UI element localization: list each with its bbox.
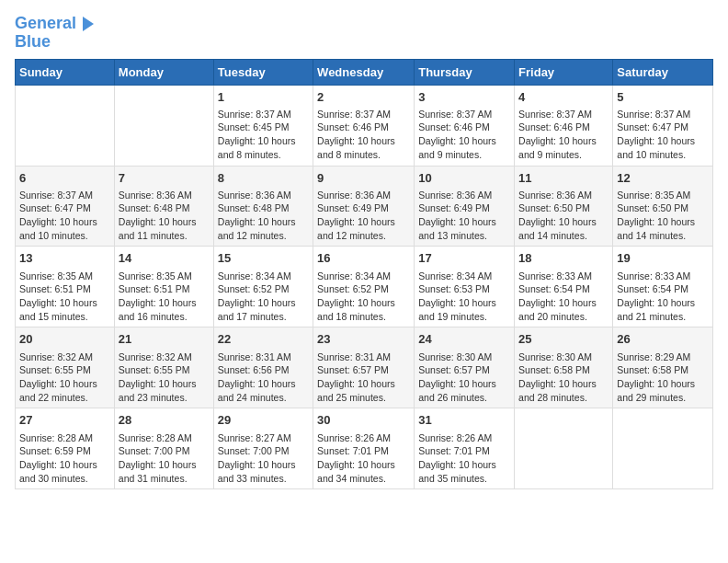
calendar-cell: 30Sunrise: 8:26 AM Sunset: 7:01 PM Dayli…: [313, 408, 415, 489]
logo-general: General: [15, 14, 76, 32]
calendar-cell: 26Sunrise: 8:29 AM Sunset: 6:58 PM Dayli…: [613, 327, 713, 408]
calendar-cell: 9Sunrise: 8:36 AM Sunset: 6:49 PM Daylig…: [313, 166, 415, 247]
cell-info: Sunrise: 8:31 AM Sunset: 6:57 PM Dayligh…: [317, 350, 410, 405]
calendar-cell: 5Sunrise: 8:37 AM Sunset: 6:47 PM Daylig…: [613, 85, 713, 166]
calendar-table: SundayMondayTuesdayWednesdayThursdayFrid…: [15, 59, 713, 490]
cell-info: Sunrise: 8:37 AM Sunset: 6:46 PM Dayligh…: [317, 108, 410, 162]
calendar-cell: 10Sunrise: 8:36 AM Sunset: 6:49 PM Dayli…: [415, 166, 515, 247]
header-friday: Friday: [515, 59, 613, 85]
day-number: 19: [617, 250, 709, 267]
day-number: 30: [317, 412, 410, 429]
cell-info: Sunrise: 8:35 AM Sunset: 6:51 PM Dayligh…: [119, 270, 210, 324]
calendar-cell: 28Sunrise: 8:28 AM Sunset: 7:00 PM Dayli…: [114, 408, 213, 489]
cell-info: Sunrise: 8:34 AM Sunset: 6:52 PM Dayligh…: [218, 270, 309, 324]
header-monday: Monday: [114, 59, 213, 85]
cell-info: Sunrise: 8:26 AM Sunset: 7:01 PM Dayligh…: [317, 431, 410, 486]
calendar-cell: 17Sunrise: 8:34 AM Sunset: 6:53 PM Dayli…: [415, 247, 515, 327]
cell-info: Sunrise: 8:37 AM Sunset: 6:46 PM Dayligh…: [418, 108, 510, 162]
day-number: 28: [119, 412, 210, 429]
day-number: 8: [218, 170, 309, 187]
cell-info: Sunrise: 8:34 AM Sunset: 6:52 PM Dayligh…: [317, 270, 410, 324]
cell-info: Sunrise: 8:36 AM Sunset: 6:48 PM Dayligh…: [218, 189, 309, 243]
day-number: 26: [617, 331, 709, 348]
day-number: 2: [317, 89, 410, 106]
calendar-header-row: SundayMondayTuesdayWednesdayThursdayFrid…: [16, 59, 713, 85]
day-number: 17: [418, 250, 510, 267]
logo-text: General: [15, 15, 96, 33]
calendar-week-row: 1Sunrise: 8:37 AM Sunset: 6:45 PM Daylig…: [16, 85, 713, 166]
cell-info: Sunrise: 8:35 AM Sunset: 6:51 PM Dayligh…: [19, 270, 110, 324]
day-number: 9: [317, 170, 410, 187]
cell-info: Sunrise: 8:37 AM Sunset: 6:47 PM Dayligh…: [19, 189, 110, 243]
header-wednesday: Wednesday: [313, 59, 415, 85]
calendar-cell: 2Sunrise: 8:37 AM Sunset: 6:46 PM Daylig…: [313, 85, 415, 166]
calendar-cell: 3Sunrise: 8:37 AM Sunset: 6:46 PM Daylig…: [415, 85, 515, 166]
calendar-cell: [613, 408, 713, 489]
logo-blue: Blue: [15, 33, 96, 52]
day-number: 27: [19, 412, 110, 429]
cell-info: Sunrise: 8:36 AM Sunset: 6:50 PM Dayligh…: [518, 189, 609, 243]
calendar-cell: 21Sunrise: 8:32 AM Sunset: 6:55 PM Dayli…: [114, 327, 213, 408]
calendar-cell: 15Sunrise: 8:34 AM Sunset: 6:52 PM Dayli…: [213, 247, 313, 327]
cell-info: Sunrise: 8:29 AM Sunset: 6:58 PM Dayligh…: [617, 350, 709, 405]
day-number: 1: [218, 89, 309, 106]
header-saturday: Saturday: [613, 59, 713, 85]
calendar-cell: 16Sunrise: 8:34 AM Sunset: 6:52 PM Dayli…: [313, 247, 415, 327]
cell-info: Sunrise: 8:27 AM Sunset: 7:00 PM Dayligh…: [218, 431, 309, 486]
day-number: 11: [518, 170, 609, 187]
calendar-cell: 7Sunrise: 8:36 AM Sunset: 6:48 PM Daylig…: [114, 166, 213, 247]
day-number: 24: [418, 331, 510, 348]
cell-info: Sunrise: 8:37 AM Sunset: 6:46 PM Dayligh…: [518, 108, 609, 162]
calendar-cell: 24Sunrise: 8:30 AM Sunset: 6:57 PM Dayli…: [415, 327, 515, 408]
day-number: 3: [418, 89, 510, 106]
day-number: 15: [218, 250, 309, 267]
day-number: 10: [418, 170, 510, 187]
calendar-cell: 14Sunrise: 8:35 AM Sunset: 6:51 PM Dayli…: [114, 247, 213, 327]
cell-info: Sunrise: 8:36 AM Sunset: 6:48 PM Dayligh…: [119, 189, 210, 243]
cell-info: Sunrise: 8:28 AM Sunset: 6:59 PM Dayligh…: [19, 431, 110, 486]
cell-info: Sunrise: 8:33 AM Sunset: 6:54 PM Dayligh…: [617, 270, 709, 324]
day-number: 13: [19, 250, 110, 267]
calendar-cell: 11Sunrise: 8:36 AM Sunset: 6:50 PM Dayli…: [515, 166, 613, 247]
day-number: 14: [119, 250, 210, 267]
day-number: 23: [317, 331, 410, 348]
day-number: 29: [218, 412, 309, 429]
cell-info: Sunrise: 8:37 AM Sunset: 6:45 PM Dayligh…: [218, 108, 309, 162]
calendar-cell: 23Sunrise: 8:31 AM Sunset: 6:57 PM Dayli…: [313, 327, 415, 408]
calendar-cell: 6Sunrise: 8:37 AM Sunset: 6:47 PM Daylig…: [16, 166, 115, 247]
day-number: 5: [617, 89, 709, 106]
cell-info: Sunrise: 8:33 AM Sunset: 6:54 PM Dayligh…: [518, 270, 609, 324]
header-thursday: Thursday: [415, 59, 515, 85]
calendar-cell: 13Sunrise: 8:35 AM Sunset: 6:51 PM Dayli…: [16, 247, 115, 327]
calendar-week-row: 6Sunrise: 8:37 AM Sunset: 6:47 PM Daylig…: [16, 166, 713, 247]
calendar-cell: 12Sunrise: 8:35 AM Sunset: 6:50 PM Dayli…: [613, 166, 713, 247]
day-number: 18: [518, 250, 609, 267]
day-number: 21: [119, 331, 210, 348]
cell-info: Sunrise: 8:37 AM Sunset: 6:47 PM Dayligh…: [617, 108, 709, 162]
calendar-cell: 25Sunrise: 8:30 AM Sunset: 6:58 PM Dayli…: [515, 327, 613, 408]
calendar-cell: 31Sunrise: 8:26 AM Sunset: 7:01 PM Dayli…: [415, 408, 515, 489]
calendar-cell: 22Sunrise: 8:31 AM Sunset: 6:56 PM Dayli…: [213, 327, 313, 408]
logo: General Blue: [15, 15, 96, 52]
day-number: 20: [19, 331, 110, 348]
cell-info: Sunrise: 8:28 AM Sunset: 7:00 PM Dayligh…: [119, 431, 210, 486]
calendar-cell: [515, 408, 613, 489]
calendar-cell: 18Sunrise: 8:33 AM Sunset: 6:54 PM Dayli…: [515, 247, 613, 327]
calendar-cell: 20Sunrise: 8:32 AM Sunset: 6:55 PM Dayli…: [16, 327, 115, 408]
calendar-cell: 8Sunrise: 8:36 AM Sunset: 6:48 PM Daylig…: [213, 166, 313, 247]
cell-info: Sunrise: 8:26 AM Sunset: 7:01 PM Dayligh…: [418, 431, 510, 486]
day-number: 12: [617, 170, 709, 187]
cell-info: Sunrise: 8:32 AM Sunset: 6:55 PM Dayligh…: [119, 350, 210, 405]
cell-info: Sunrise: 8:30 AM Sunset: 6:58 PM Dayligh…: [518, 350, 609, 405]
page-header: General Blue: [15, 15, 713, 52]
cell-info: Sunrise: 8:34 AM Sunset: 6:53 PM Dayligh…: [418, 270, 510, 324]
day-number: 7: [119, 170, 210, 187]
calendar-cell: 19Sunrise: 8:33 AM Sunset: 6:54 PM Dayli…: [613, 247, 713, 327]
calendar-week-row: 27Sunrise: 8:28 AM Sunset: 6:59 PM Dayli…: [16, 408, 713, 489]
calendar-cell: [16, 85, 115, 166]
calendar-cell: [114, 85, 213, 166]
calendar-cell: 29Sunrise: 8:27 AM Sunset: 7:00 PM Dayli…: [213, 408, 313, 489]
day-number: 6: [19, 170, 110, 187]
calendar-week-row: 20Sunrise: 8:32 AM Sunset: 6:55 PM Dayli…: [16, 327, 713, 408]
cell-info: Sunrise: 8:36 AM Sunset: 6:49 PM Dayligh…: [418, 189, 510, 243]
